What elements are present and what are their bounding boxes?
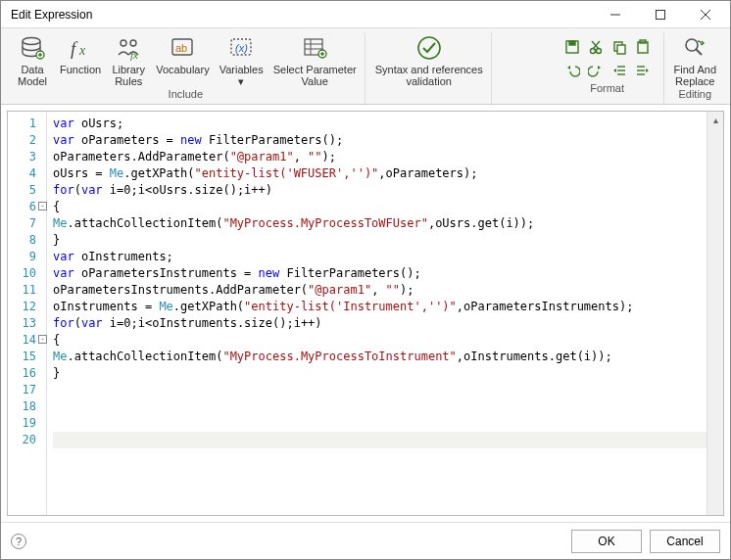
code-editor[interactable]: 123456-7891011121314-151617181920 var oU… bbox=[7, 111, 724, 516]
data-model-button[interactable]: Data Model bbox=[11, 32, 54, 87]
line-number: 1 bbox=[8, 116, 46, 132]
syntax-validation-button[interactable]: Syntax and references validation bbox=[371, 32, 487, 87]
code-line[interactable]: for(var i=0;i<oInstruments.size();i++) bbox=[53, 315, 717, 332]
indent-button[interactable] bbox=[632, 60, 654, 81]
line-number: 14- bbox=[8, 332, 46, 349]
cancel-button[interactable]: Cancel bbox=[650, 530, 720, 553]
cut-button[interactable] bbox=[585, 36, 607, 58]
code-line[interactable] bbox=[53, 398, 717, 415]
scroll-up-icon[interactable]: ▴ bbox=[707, 112, 723, 128]
dialog-footer: ? OK Cancel bbox=[1, 522, 730, 559]
line-number: 6- bbox=[8, 199, 46, 215]
group-label-include: Include bbox=[11, 87, 361, 102]
line-number: 15 bbox=[8, 349, 46, 365]
svg-text:(x): (x) bbox=[235, 42, 248, 54]
window-title: Edit Expression bbox=[11, 8, 593, 22]
svg-text:fx: fx bbox=[130, 49, 138, 61]
database-icon bbox=[17, 34, 48, 62]
ok-button[interactable]: OK bbox=[571, 530, 642, 553]
code-line[interactable]: oUsrs = Me.getXPath("entity-list('WFUSER… bbox=[53, 165, 717, 182]
code-line[interactable]: { bbox=[53, 332, 717, 349]
save-button[interactable] bbox=[561, 36, 583, 58]
code-line[interactable]: { bbox=[53, 199, 717, 215]
code-line[interactable]: oInstruments = Me.getXPath("entity-list(… bbox=[53, 299, 717, 315]
title-bar: Edit Expression bbox=[1, 1, 730, 28]
library-rules-button[interactable]: fx Library Rules bbox=[107, 32, 150, 87]
line-number-gutter: 123456-7891011121314-151617181920 bbox=[8, 112, 47, 515]
vocabulary-button[interactable]: ab Vocabulary bbox=[152, 32, 213, 87]
line-number: 18 bbox=[8, 398, 46, 415]
check-icon bbox=[414, 34, 445, 62]
line-number: 9 bbox=[8, 249, 46, 265]
line-number: 13 bbox=[8, 315, 46, 332]
code-line[interactable]: var oInstruments; bbox=[53, 249, 717, 265]
line-number: 3 bbox=[8, 149, 46, 165]
find-replace-icon bbox=[679, 34, 710, 62]
svg-rect-1 bbox=[657, 10, 665, 19]
outdent-button[interactable] bbox=[609, 60, 630, 81]
svg-line-29 bbox=[593, 41, 600, 49]
code-line[interactable]: } bbox=[53, 365, 717, 382]
code-line[interactable] bbox=[53, 382, 717, 398]
code-line[interactable]: for(var i=0;i<oUsrs.size();i++) bbox=[53, 182, 717, 199]
undo-button[interactable] bbox=[561, 60, 583, 81]
code-line[interactable]: var oUsrs; bbox=[53, 116, 717, 132]
line-number: 7 bbox=[8, 215, 46, 232]
line-number: 12 bbox=[8, 299, 46, 315]
code-line[interactable]: var oParametersInstruments = new FilterP… bbox=[53, 265, 717, 282]
svg-point-24 bbox=[418, 37, 440, 59]
line-number: 19 bbox=[8, 415, 46, 432]
ribbon-group-editing: Find And Replace Editing bbox=[666, 32, 724, 104]
fold-toggle-icon[interactable]: - bbox=[38, 202, 47, 210]
parameter-icon bbox=[299, 34, 330, 62]
group-label-format: Format bbox=[556, 81, 659, 96]
function-button[interactable]: fx Function bbox=[56, 32, 105, 87]
code-line[interactable]: oParametersInstruments.AddParameter("@pa… bbox=[53, 282, 717, 299]
line-number: 4 bbox=[8, 165, 46, 182]
vertical-scrollbar[interactable]: ▴ bbox=[707, 112, 723, 515]
line-number: 8 bbox=[8, 232, 46, 249]
minimize-button[interactable] bbox=[593, 1, 638, 28]
code-line[interactable]: } bbox=[53, 232, 717, 249]
svg-line-30 bbox=[592, 41, 599, 49]
line-number: 5 bbox=[8, 182, 46, 199]
svg-point-11 bbox=[130, 40, 136, 46]
line-number: 16 bbox=[8, 365, 46, 382]
svg-point-27 bbox=[590, 49, 595, 54]
code-line[interactable]: Me.attachCollectionItem("MyProcess.MyPro… bbox=[53, 215, 717, 232]
svg-text:x: x bbox=[78, 43, 86, 58]
svg-text:f: f bbox=[71, 38, 78, 59]
close-button[interactable] bbox=[683, 1, 728, 28]
code-line[interactable]: oParameters.AddParameter("@param1", ""); bbox=[53, 149, 717, 165]
code-line[interactable] bbox=[53, 415, 717, 432]
code-line[interactable]: var oParameters = new FilterParameters()… bbox=[53, 132, 717, 149]
ribbon-group-include: Data Model fx Function fx Library Rules … bbox=[7, 32, 366, 104]
ribbon-toolbar: Data Model fx Function fx Library Rules … bbox=[1, 28, 730, 105]
fold-toggle-icon[interactable]: - bbox=[38, 335, 47, 344]
code-line[interactable]: Me.attachCollectionItem("MyProcess.MyPro… bbox=[53, 349, 717, 365]
variables-button[interactable]: (x) Variables ▾ bbox=[216, 32, 268, 87]
copy-button[interactable] bbox=[609, 36, 630, 58]
paste-button[interactable] bbox=[632, 36, 654, 58]
find-replace-button[interactable]: Find And Replace bbox=[670, 32, 720, 87]
line-number: 11 bbox=[8, 282, 46, 299]
function-icon: fx bbox=[65, 34, 96, 62]
vocabulary-icon: ab bbox=[167, 34, 198, 62]
svg-point-4 bbox=[23, 38, 40, 45]
line-number: 17 bbox=[8, 382, 46, 398]
code-line[interactable] bbox=[53, 432, 717, 448]
maximize-button[interactable] bbox=[638, 1, 683, 28]
redo-button[interactable] bbox=[585, 60, 607, 81]
svg-line-42 bbox=[696, 49, 702, 55]
variables-icon: (x) bbox=[225, 34, 257, 62]
svg-text:ab: ab bbox=[175, 42, 187, 54]
select-parameter-button[interactable]: Select Parameter Value bbox=[269, 32, 361, 87]
ribbon-group-validate: Syntax and references validation bbox=[367, 32, 492, 104]
svg-rect-26 bbox=[569, 41, 575, 45]
help-icon[interactable]: ? bbox=[11, 534, 26, 549]
line-number: 2 bbox=[8, 132, 46, 149]
ribbon-group-format: Format bbox=[552, 32, 664, 104]
svg-point-10 bbox=[121, 40, 126, 46]
line-number: 20 bbox=[8, 432, 46, 448]
code-area[interactable]: var oUsrs;var oParameters = new FilterPa… bbox=[47, 112, 723, 515]
